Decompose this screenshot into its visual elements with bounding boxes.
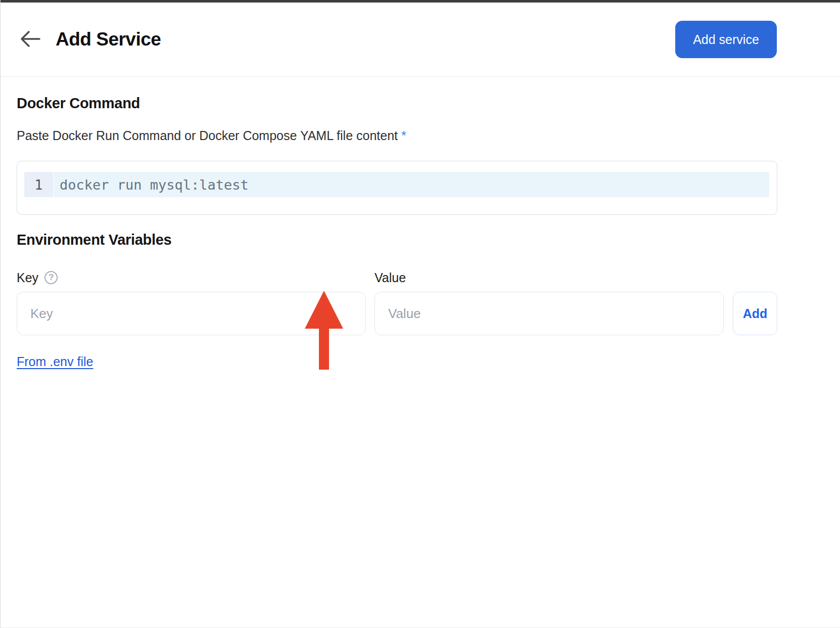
back-button[interactable] — [18, 29, 41, 50]
key-label-wrap: Key ? — [17, 271, 375, 285]
add-service-button[interactable]: Add service — [675, 21, 777, 58]
docker-command-editor[interactable]: 1 docker run mysql:latest — [17, 161, 777, 215]
main-content: Docker Command Paste Docker Run Command … — [1, 77, 840, 369]
env-labels-row: Key ? Value — [17, 270, 840, 285]
required-asterisk: * — [401, 128, 406, 143]
key-input[interactable] — [17, 292, 366, 335]
value-input[interactable] — [375, 292, 724, 335]
code-line-input[interactable]: docker run mysql:latest — [54, 172, 769, 197]
environment-variables-heading: Environment Variables — [17, 232, 840, 248]
docker-command-label-text: Paste Docker Run Command or Docker Compo… — [17, 128, 401, 143]
env-inputs-row: Add — [17, 292, 840, 335]
add-env-var-button[interactable]: Add — [733, 292, 777, 335]
back-arrow-icon — [18, 29, 41, 50]
page-header: Add Service Add service — [1, 3, 840, 77]
value-label: Value — [375, 271, 406, 285]
from-env-file-link[interactable]: From .env file — [17, 354, 93, 369]
help-icon[interactable]: ? — [44, 271, 58, 284]
editor-active-line: 1 docker run mysql:latest — [24, 172, 769, 197]
docker-command-heading: Docker Command — [17, 77, 840, 112]
docker-command-label: Paste Docker Run Command or Docker Compo… — [17, 128, 840, 143]
line-number-gutter: 1 — [24, 172, 54, 197]
add-service-page: Add Service Add service Docker Command P… — [0, 0, 840, 628]
page-title: Add Service — [56, 29, 161, 50]
key-label: Key — [17, 271, 38, 285]
